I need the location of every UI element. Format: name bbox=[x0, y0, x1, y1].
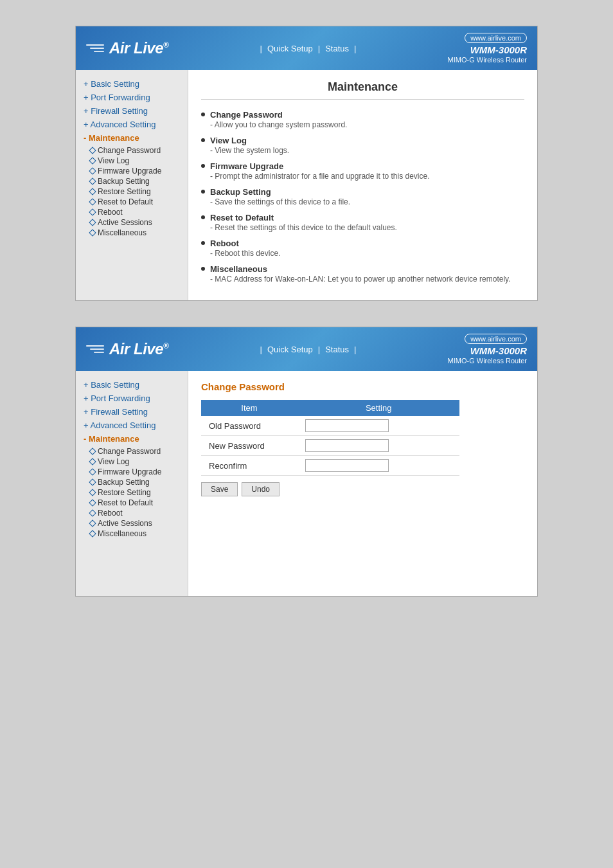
sidebar-item-backup-setting[interactable]: Backup Setting bbox=[89, 176, 182, 186]
input-old-password[interactable] bbox=[305, 419, 389, 432]
sidebar2-item-view-log[interactable]: View Log bbox=[89, 457, 182, 467]
diamond-icon-2 bbox=[89, 448, 96, 455]
label-old-password: Old Password bbox=[201, 416, 298, 436]
nav-quick-setup-2[interactable]: Quick Setup bbox=[267, 345, 313, 354]
sidebar2-section-port[interactable]: + Port Forwarding bbox=[81, 392, 182, 404]
sidebar2-port-forwarding[interactable]: + Port Forwarding bbox=[81, 392, 182, 404]
change-password-table: Item Setting Old Password New Password bbox=[201, 400, 459, 476]
diamond-icon-2 bbox=[89, 478, 96, 485]
main-title: Maintenance bbox=[201, 80, 524, 100]
bullet-dot bbox=[201, 215, 205, 219]
nav-sep-middle: | bbox=[318, 44, 320, 53]
item-desc: - Save the settings of this device to a … bbox=[210, 197, 350, 206]
sidebar-item-change-password[interactable]: Change Password bbox=[89, 145, 182, 156]
panel2-body: + Basic Setting + Port Forwarding + Fire… bbox=[76, 371, 537, 596]
nav-links-2: | Quick Setup | Status | bbox=[260, 345, 357, 354]
diamond-icon-2 bbox=[89, 458, 96, 465]
brand-desc-2: MIMO-G Wireless Router bbox=[448, 357, 527, 365]
diamond-icon bbox=[89, 188, 96, 195]
sidebar2-section-maintenance[interactable]: - Maintenance Change Password View Log F… bbox=[81, 433, 182, 539]
sidebar2-item-backup[interactable]: Backup Setting bbox=[89, 477, 182, 487]
diamond-icon bbox=[89, 229, 96, 236]
sidebar2-item-reboot[interactable]: Reboot bbox=[89, 508, 182, 518]
cell-reconfirm bbox=[298, 456, 459, 476]
form-title: Change Password bbox=[201, 381, 524, 392]
sidebar-firewall-setting[interactable]: + Firewall Setting bbox=[81, 105, 182, 117]
save-button[interactable]: Save bbox=[201, 482, 238, 496]
brand-right: www.airlive.com WMM-3000R MIMO-G Wireles… bbox=[448, 33, 527, 64]
item-desc: - MAC Address for Wake-on-LAN: Let you t… bbox=[210, 275, 511, 284]
sidebar-2: + Basic Setting + Port Forwarding + Fire… bbox=[76, 371, 188, 596]
diamond-icon bbox=[89, 157, 96, 164]
sidebar2-maintenance-active[interactable]: - Maintenance bbox=[81, 433, 182, 445]
bullet-dot bbox=[201, 267, 205, 271]
sidebar-port-forwarding[interactable]: + Port Forwarding bbox=[81, 91, 182, 104]
nav-quick-setup[interactable]: Quick Setup bbox=[267, 44, 313, 53]
sidebar: + Basic Setting + Port Forwarding + Fire… bbox=[76, 70, 188, 300]
sidebar-section-port[interactable]: + Port Forwarding bbox=[81, 91, 182, 104]
sidebar-item-firmware-upgrade[interactable]: Firmware Upgrade bbox=[89, 166, 182, 176]
brand-url: www.airlive.com bbox=[465, 33, 527, 43]
sidebar2-section-firewall[interactable]: + Firewall Setting bbox=[81, 406, 182, 418]
sidebar2-basic-setting[interactable]: + Basic Setting bbox=[81, 379, 182, 391]
sidebar2-item-miscellaneous[interactable]: Miscellaneous bbox=[89, 529, 182, 539]
item-title: Firmware Upgrade bbox=[210, 161, 430, 171]
bullet-dot bbox=[201, 164, 205, 168]
bullet-dot bbox=[201, 113, 205, 116]
main-content: Maintenance Change Password - Allow you … bbox=[188, 70, 537, 300]
sidebar-item-reboot[interactable]: Reboot bbox=[89, 207, 182, 217]
sidebar2-item-change-password[interactable]: Change Password bbox=[89, 446, 182, 457]
panel-change-password: Air Live® | Quick Setup | Status | www.a… bbox=[75, 327, 538, 597]
panel-maintenance-overview: Air Live® | Quick Setup | Status | www.a… bbox=[75, 26, 538, 301]
bullet-dot bbox=[201, 241, 205, 245]
brand-model-2: WMM-3000R bbox=[448, 345, 527, 357]
item-title: Reboot bbox=[210, 239, 280, 248]
diamond-icon-2 bbox=[89, 530, 96, 537]
item-desc: - Reset the settings of this device to t… bbox=[210, 223, 397, 232]
sidebar-section-maintenance[interactable]: - Maintenance Change Password View Log F… bbox=[81, 132, 182, 238]
label-new-password: New Password bbox=[201, 436, 298, 456]
sidebar2-section-advanced[interactable]: + Advanced Setting bbox=[81, 419, 182, 431]
sidebar-basic-setting[interactable]: + Basic Setting bbox=[81, 78, 182, 90]
sidebar-item-active-sessions[interactable]: Active Sessions bbox=[89, 217, 182, 228]
sidebar-section-basic[interactable]: + Basic Setting bbox=[81, 78, 182, 90]
sidebar-item-view-log[interactable]: View Log bbox=[89, 156, 182, 166]
nav-status-2[interactable]: Status bbox=[325, 345, 349, 354]
sidebar2-item-active-sessions[interactable]: Active Sessions bbox=[89, 518, 182, 529]
item-title: Change Password bbox=[210, 110, 347, 120]
button-row: Save Undo bbox=[201, 482, 524, 496]
list-item-change-password: Change Password - Allow you to change sy… bbox=[201, 110, 524, 129]
table-row-old-password: Old Password bbox=[201, 416, 459, 436]
sidebar-advanced-setting[interactable]: + Advanced Setting bbox=[81, 118, 182, 131]
sidebar-section-advanced[interactable]: + Advanced Setting bbox=[81, 118, 182, 131]
diamond-icon-2 bbox=[89, 499, 96, 506]
brand-right-2: www.airlive.com WMM-3000R MIMO-G Wireles… bbox=[448, 334, 527, 365]
sidebar2-maintenance-items: Change Password View Log Firmware Upgrad… bbox=[81, 446, 182, 539]
bullet-dot bbox=[201, 138, 205, 142]
sidebar-maintenance-active[interactable]: - Maintenance bbox=[81, 132, 182, 144]
logo-area-2: Air Live® bbox=[86, 340, 168, 358]
sidebar2-firewall-setting[interactable]: + Firewall Setting bbox=[81, 406, 182, 418]
sidebar2-item-reset[interactable]: Reset to Default bbox=[89, 498, 182, 508]
sidebar-item-miscellaneous[interactable]: Miscellaneous bbox=[89, 228, 182, 238]
sidebar2-advanced-setting[interactable]: + Advanced Setting bbox=[81, 419, 182, 431]
list-item-view-log: View Log - View the system logs. bbox=[201, 136, 524, 155]
list-item-reset: Reset to Default - Reset the settings of… bbox=[201, 213, 524, 232]
item-desc: - Allow you to change system password. bbox=[210, 120, 347, 129]
sidebar2-section-basic[interactable]: + Basic Setting bbox=[81, 379, 182, 391]
input-new-password[interactable] bbox=[305, 439, 389, 452]
sidebar-item-reset-default[interactable]: Reset to Default bbox=[89, 197, 182, 207]
undo-button[interactable]: Undo bbox=[242, 482, 280, 496]
sidebar2-item-restore[interactable]: Restore Setting bbox=[89, 487, 182, 498]
input-reconfirm[interactable] bbox=[305, 459, 389, 472]
nav-sep-right: | bbox=[354, 44, 356, 53]
nav-sep-mid-2: | bbox=[318, 345, 320, 354]
brand-model: WMM-3000R bbox=[448, 44, 527, 56]
nav-status[interactable]: Status bbox=[325, 44, 349, 53]
sidebar2-item-firmware[interactable]: Firmware Upgrade bbox=[89, 467, 182, 477]
sidebar-section-firewall[interactable]: + Firewall Setting bbox=[81, 105, 182, 117]
item-title: Reset to Default bbox=[210, 213, 397, 222]
cell-new-password bbox=[298, 436, 459, 456]
diamond-icon bbox=[89, 167, 96, 174]
sidebar-item-restore-setting[interactable]: Restore Setting bbox=[89, 186, 182, 197]
